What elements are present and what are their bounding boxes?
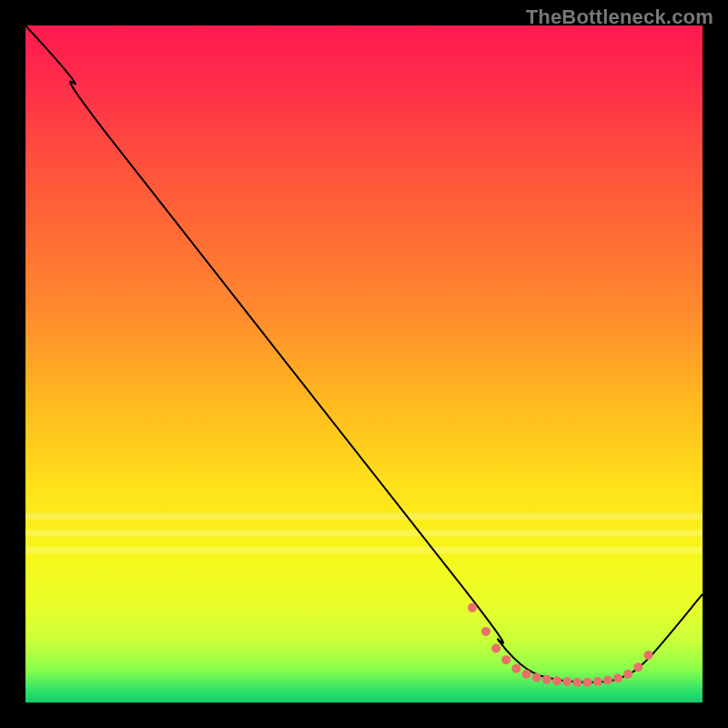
highlight-band bbox=[25, 547, 703, 553]
curve-marker-dot bbox=[532, 672, 541, 682]
highlight-band bbox=[25, 513, 703, 520]
curve-marker-dot bbox=[511, 664, 521, 673]
curve-marker-dot bbox=[481, 627, 490, 636]
curve-marker-dot bbox=[603, 675, 612, 684]
curve-marker-dot bbox=[623, 670, 632, 679]
curve-marker-dot bbox=[552, 676, 561, 685]
gradient-background bbox=[25, 25, 703, 703]
highlight-band bbox=[25, 530, 703, 536]
curve-marker-dot bbox=[501, 655, 511, 664]
curve-marker-dot bbox=[542, 675, 551, 684]
curve-marker-dot bbox=[572, 678, 581, 687]
curve-marker-dot bbox=[583, 678, 592, 687]
chart-svg bbox=[0, 0, 728, 728]
curve-marker-dot bbox=[613, 673, 622, 682]
curve-marker-dot bbox=[562, 677, 571, 686]
chart-stage: TheBottleneck.com bbox=[0, 0, 728, 728]
highlight-bands bbox=[25, 513, 703, 554]
curve-marker-dot bbox=[633, 662, 642, 672]
curve-marker-dot bbox=[491, 643, 500, 652]
curve-marker-dot bbox=[593, 677, 602, 686]
curve-marker-dot bbox=[468, 603, 477, 612]
curve-marker-dot bbox=[643, 651, 652, 660]
curve-marker-dot bbox=[522, 670, 531, 679]
plot-area bbox=[25, 25, 703, 703]
